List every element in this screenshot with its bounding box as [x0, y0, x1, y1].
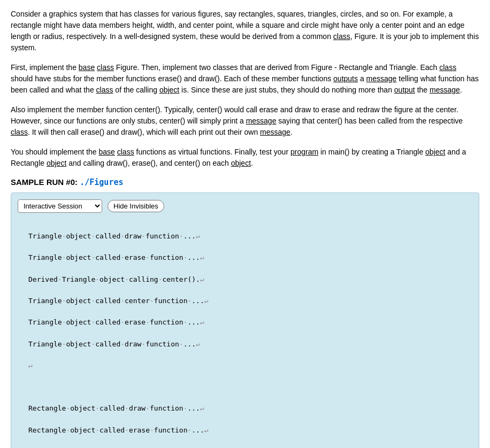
underline-base: base: [79, 63, 95, 72]
output-area: Triangle·object·called·draw·function·...…: [18, 220, 472, 448]
paragraph-2: First, implement the base class Figure. …: [11, 62, 479, 96]
underline-class-6: class: [117, 148, 134, 156]
underline-message-2: message: [430, 86, 460, 94]
output-line: Derived·Triangle·object·calling·center()…: [28, 274, 472, 285]
output-line: Triangle·object·called·draw·function·...…: [28, 339, 472, 350]
underline-message-3: message: [246, 117, 277, 125]
paragraph-1: Consider a graphics system that has clas…: [11, 9, 479, 53]
output-line: Triangle·object·called·erase·function·..…: [28, 252, 472, 263]
output-line: Triangle·object·called·erase·function·..…: [28, 317, 472, 328]
output-line: Rectangle·object·called·draw·function·..…: [28, 403, 472, 414]
output-line: Triangle·object·called·draw·function·...…: [28, 231, 472, 242]
underline-outputs: outputs: [333, 74, 358, 83]
output-line: Triangle·object·called·center·function·.…: [28, 296, 472, 306]
underline-base-2: base: [98, 148, 114, 156]
underline-class-3: class: [439, 63, 456, 72]
underline-class-1: class: [333, 32, 350, 41]
blank-line: [28, 382, 472, 392]
underline-program: program: [290, 148, 318, 156]
paragraph-3: Also implement the member function cente…: [11, 104, 479, 138]
underline-object-4: object: [231, 159, 251, 167]
paragraph-4: You should implement the base class func…: [11, 146, 479, 169]
interactive-panel: Interactive Session Script Session Hide …: [11, 192, 479, 448]
underline-output: output: [394, 86, 415, 94]
output-line: ↵: [28, 360, 472, 371]
underline-class-2: class: [97, 63, 114, 72]
sample-run-header: SAMPLE RUN #0: ./Figures: [11, 177, 479, 187]
session-select[interactable]: Interactive Session Script Session: [18, 199, 102, 213]
underline-object-1: object: [159, 86, 179, 94]
underline-message-4: message: [260, 128, 290, 136]
sample-run-path: ./Figures: [80, 177, 123, 187]
underline-message-1: message: [366, 74, 397, 83]
underline-object-3: object: [47, 159, 66, 167]
underline-object-2: object: [425, 148, 445, 156]
panel-toolbar: Interactive Session Script Session Hide …: [18, 199, 472, 213]
main-content: Consider a graphics system that has clas…: [0, 0, 490, 448]
hide-invisibles-button[interactable]: Hide Invisibles: [108, 200, 164, 212]
underline-class-5: class: [11, 128, 28, 136]
underline-class-4: class: [96, 86, 113, 94]
output-line: Rectangle·object·called·erase·function·.…: [28, 425, 472, 436]
sample-run-label: SAMPLE RUN #0:: [11, 177, 78, 187]
